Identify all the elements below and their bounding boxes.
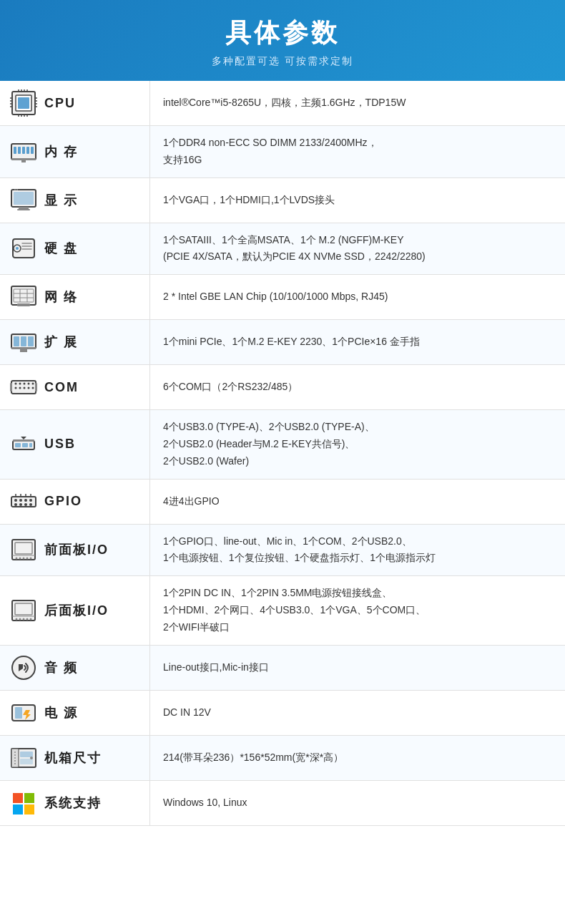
spec-value-text-display: 1个VGA口，1个HDMI口,1个LVDS接头 [163,192,335,209]
svg-point-54 [19,383,21,385]
spec-label-cpu: CPU [0,81,150,125]
spec-value-text-com: 6个COM口（2个RS232/485） [163,379,298,396]
svg-point-60 [24,387,26,389]
spec-value-com: 6个COM口（2个RS232/485） [150,365,565,409]
spec-row-display: 显 示1个VGA口，1个HDMI口,1个LVDS接头 [0,178,565,223]
spec-label-text-network: 网 络 [44,288,78,306]
svg-point-89 [26,558,29,560]
spec-value-text-network: 2 * Intel GBE LAN Chip (10/100/1000 Mbps… [163,288,388,306]
spec-value-display: 1个VGA口，1个HDMI口,1个LVDS接头 [150,178,565,223]
spec-label-expand: 扩 展 [0,320,150,364]
spec-label-power: 电 源 [0,691,150,735]
specs-container: CPUintel®Core™i5-8265U，四核，主频1.6GHz，TDP15… [0,81,565,826]
svg-point-96 [23,618,25,620]
spec-label-text-storage: 硬 盘 [44,240,78,257]
svg-point-53 [15,383,17,385]
svg-point-35 [16,247,19,250]
svg-rect-50 [11,347,36,349]
svg-rect-109 [24,793,34,803]
svg-point-71 [14,499,17,502]
spec-value-text-audio: Line-out接口,Mic-in接口 [163,659,269,676]
spec-row-front-panel: 前面板I/O1个GPIO口、line-out、Mic in、1个COM、2个US… [0,525,565,577]
spec-value-text-expand: 1个mini PCIe、1个M.2 E-KEY 2230、1个PCIe×16 金… [163,334,420,351]
spec-label-os: 系统支持 [0,781,150,825]
svg-rect-26 [21,160,26,162]
svg-rect-68 [29,443,32,447]
svg-rect-21 [18,147,21,154]
spec-row-chassis: 机箱尺寸214(带耳朵236）*156*52mm(宽*深*高） [0,736,565,781]
spec-label-chassis: 机箱尺寸 [0,736,150,780]
spec-value-text-os: Windows 10, Linux [163,794,247,812]
spec-value-front-panel: 1个GPIO口、line-out、Mic in、1个COM、2个USB2.0、1… [150,525,565,576]
svg-point-31 [14,189,16,190]
spec-label-usb: USB [0,410,150,478]
svg-point-75 [24,499,27,502]
svg-rect-66 [15,443,21,447]
spec-label-text-com: COM [44,380,79,395]
svg-point-76 [24,503,27,506]
svg-point-78 [29,503,32,506]
svg-point-87 [19,558,21,560]
spec-value-text-power: DC IN 12V [163,704,211,721]
svg-rect-106 [20,759,33,764]
spec-label-text-gpio: GPIO [44,494,82,509]
spec-value-cpu: intel®Core™i5-8265U，四核，主频1.6GHz，TDP15W [150,81,565,125]
svg-point-59 [19,387,21,389]
spec-value-text-usb: 4个USB3.0 (TYPE-A)、2个USB2.0 (TYPE-A)、2个US… [163,419,375,470]
svg-rect-64 [35,383,37,392]
spec-value-rear-panel: 1个2PIN DC IN、1个2PIN 3.5MM电源按钮接线盒、1个HDMI、… [150,576,565,644]
svg-rect-111 [24,804,34,814]
spec-label-text-chassis: 机箱尺寸 [44,749,102,767]
spec-label-storage: 硬 盘 [0,223,150,275]
svg-rect-110 [13,804,23,814]
svg-point-57 [32,383,34,385]
spec-value-text-gpio: 4进4出GPIO [163,493,220,510]
spec-label-text-cpu: CPU [44,96,76,111]
spec-value-text-front-panel: 1个GPIO口、line-out、Mic in、1个COM、2个USB2.0、1… [163,533,436,568]
svg-point-61 [28,387,30,389]
network-icon [9,282,39,312]
panel-icon [9,595,39,626]
display-icon [9,185,39,215]
spec-row-memory: 内 存1个DDR4 non-ECC SO DIMM 2133/2400MHz，支… [0,126,565,178]
spec-value-power: DC IN 12V [150,691,565,735]
spec-label-text-power: 电 源 [44,704,78,721]
spec-value-text-storage: 1个SATAIII、1个全高MSATA、1个 M.2 (NGFF)M-KEY(P… [163,232,426,266]
spec-label-com: COM [0,365,150,409]
spec-row-audio: 音 频Line-out接口,Mic-in接口 [0,646,565,691]
svg-point-88 [23,558,25,560]
svg-point-90 [30,558,32,560]
svg-point-95 [19,618,21,620]
expand-icon [9,327,39,357]
svg-point-77 [29,499,32,502]
spec-value-os: Windows 10, Linux [150,781,565,825]
spec-row-cpu: CPUintel®Core™i5-8265U，四核，主频1.6GHz，TDP15… [0,81,565,126]
storage-icon [9,233,39,263]
com-icon [9,372,39,402]
svg-point-32 [16,189,18,190]
svg-rect-48 [21,336,26,346]
spec-label-memory: 内 存 [0,126,150,177]
spec-label-audio: 音 频 [0,646,150,690]
spec-label-gpio: GPIO [0,480,150,524]
spec-label-text-expand: 扩 展 [44,334,78,351]
svg-rect-49 [28,336,34,346]
svg-rect-105 [20,752,33,757]
spec-value-usb: 4个USB3.0 (TYPE-A)、2个USB2.0 (TYPE-A)、2个US… [150,410,565,478]
spec-value-audio: Line-out接口,Mic-in接口 [150,646,565,690]
svg-rect-24 [31,147,34,154]
spec-label-text-os: 系统支持 [44,794,102,812]
svg-rect-101 [15,707,22,719]
svg-rect-2 [18,97,29,109]
memory-icon [9,137,39,167]
svg-point-94 [16,618,18,620]
spec-label-text-front-panel: 前面板I/O [44,541,109,558]
usb-icon [9,429,39,459]
svg-rect-51 [20,349,27,352]
spec-row-os: 系统支持Windows 10, Linux [0,781,565,826]
svg-rect-45 [17,303,30,306]
spec-label-text-memory: 内 存 [44,143,78,160]
svg-rect-22 [22,147,25,154]
cpu-icon [9,88,39,118]
spec-label-text-usb: USB [44,437,76,452]
